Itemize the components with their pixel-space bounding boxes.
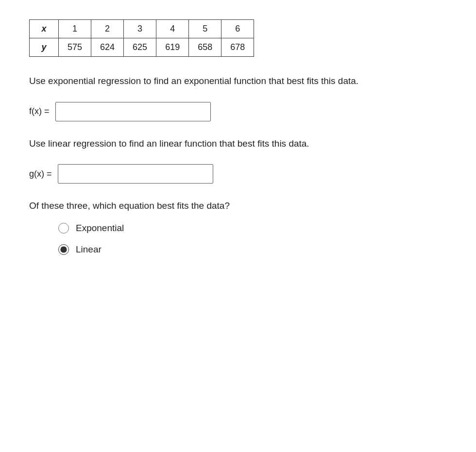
x-val-1: 1 [59,20,91,38]
y-val-6: 678 [221,38,254,57]
best-fits-section: Of these three, which equation best fits… [29,199,447,255]
best-fits-question: Of these three, which equation best fits… [29,199,447,213]
fx-input[interactable] [55,102,211,121]
linear-section: Use linear regression to find an linear … [29,137,447,184]
radio-exponential[interactable] [58,223,69,234]
y-val-2: 624 [91,38,124,57]
x-val-2: 2 [91,20,124,38]
radio-linear-text: Linear [76,244,102,255]
gx-input-row: g(x) = [29,164,447,184]
exponential-instruction: Use exponential regression to find an ex… [29,74,447,88]
x-val-3: 3 [124,20,156,38]
x-header: x [30,20,59,38]
radio-exponential-text: Exponential [76,223,124,234]
y-val-3: 625 [124,38,156,57]
linear-instruction: Use linear regression to find an linear … [29,137,447,151]
y-val-1: 575 [59,38,91,57]
y-header: y [30,38,59,57]
exponential-section: Use exponential regression to find an ex… [29,74,447,121]
fx-input-row: f(x) = [29,102,447,121]
radio-linear-label[interactable]: Linear [58,244,447,255]
radio-linear[interactable] [58,244,69,255]
data-table: x 1 2 3 4 5 6 y 575 624 625 619 658 678 [29,19,447,57]
y-val-5: 658 [189,38,221,57]
gx-input[interactable] [58,164,213,184]
x-val-5: 5 [189,20,221,38]
radio-exponential-label[interactable]: Exponential [58,223,447,234]
x-val-6: 6 [221,20,254,38]
y-val-4: 619 [156,38,189,57]
fx-label: f(x) = [29,106,50,117]
x-val-4: 4 [156,20,189,38]
gx-label: g(x) = [29,169,52,179]
radio-group: Exponential Linear [29,223,447,255]
